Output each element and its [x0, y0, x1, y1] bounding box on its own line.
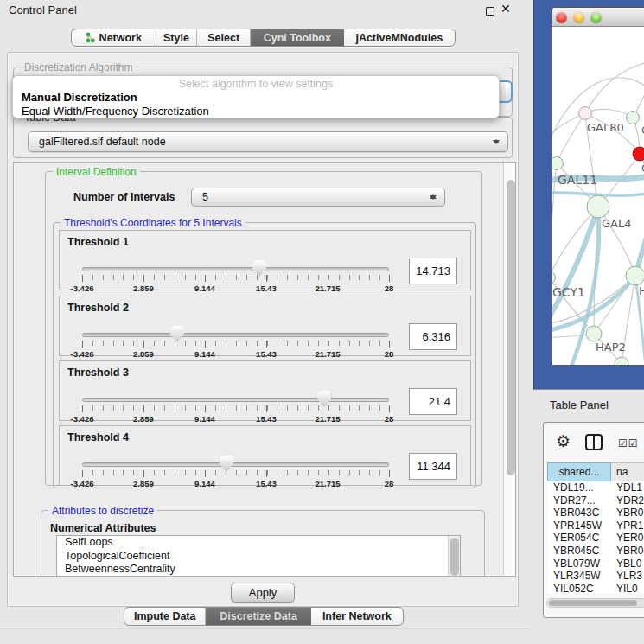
- close-traffic-light-icon[interactable]: [556, 12, 567, 23]
- spinner-arrows-icon: [493, 136, 500, 148]
- algorithm-hint-item: Select algorithm to view settings: [13, 78, 499, 90]
- svg-text:GAL11: GAL11: [558, 173, 597, 187]
- cyni-bottom-tabs: Impute Data Discretize Data Infer Networ…: [124, 607, 404, 626]
- node-gcy1[interactable]: [552, 271, 556, 284]
- node-hap2[interactable]: [586, 326, 602, 341]
- list-scrollbar[interactable]: [448, 536, 461, 577]
- svg-text:HAP2: HAP2: [596, 341, 626, 354]
- network-canvas[interactable]: GAL80 G. C GAL11 GAL4 GCY1 H HAP2: [552, 27, 644, 366]
- network-view-window[interactable]: GAL80 G. C GAL11 GAL4 GCY1 H HAP2: [552, 7, 644, 366]
- threshold-4-slider[interactable]: -3.426 2.859 9.144 15.43 21.715 28: [82, 456, 389, 485]
- table-data-value: galFiltered.sif default node: [39, 136, 166, 148]
- numerical-attributes-label: Numerical Attributes: [50, 522, 156, 534]
- table-header-row: shared... na: [547, 462, 644, 481]
- algorithm-option-manual[interactable]: Manual Discretization: [22, 91, 137, 104]
- table-row[interactable]: YDL19...YDL1: [547, 481, 644, 494]
- tab-infer-network[interactable]: Infer Network: [311, 608, 403, 625]
- table-row[interactable]: YER054CYER0: [547, 532, 644, 545]
- slider-ticks: [82, 470, 390, 475]
- page-title: Control Panel: [9, 3, 77, 16]
- gear-icon[interactable]: ⚙: [556, 431, 571, 451]
- network-window-titlebar[interactable]: [552, 8, 644, 27]
- settings-scrollpane: Interval Definition Number of Intervals …: [13, 162, 516, 577]
- svg-text:GAL4: GAL4: [602, 217, 631, 230]
- interval-definition-label: Interval Definition: [53, 166, 140, 178]
- network-icon: [86, 32, 95, 43]
- threshold-3-value-input[interactable]: [409, 388, 457, 415]
- list-scrollbar-thumb[interactable]: [450, 538, 459, 576]
- number-of-intervals-value: 5: [202, 191, 208, 203]
- tab-select[interactable]: Select: [197, 29, 251, 46]
- panel-scrollbar-thumb[interactable]: [507, 180, 515, 475]
- list-item[interactable]: SelfLoops: [57, 536, 460, 550]
- network-desktop-background: GAL80 G. C GAL11 GAL4 GCY1 H HAP2: [533, 0, 644, 389]
- node-selected-red[interactable]: [633, 147, 644, 161]
- node-gal4[interactable]: [587, 195, 609, 218]
- tab-impute-data[interactable]: Impute Data: [124, 608, 206, 625]
- column-header-name[interactable]: na: [611, 462, 644, 481]
- number-of-intervals-combobox[interactable]: 5: [191, 188, 445, 207]
- close-icon[interactable]: ✕: [501, 2, 511, 16]
- table-panel-title: Table Panel: [550, 399, 609, 411]
- threshold-3-slider[interactable]: -3.426 2.859 9.144 15.43 21.715 28: [82, 391, 389, 420]
- slider-track: [82, 333, 389, 337]
- panel-scrollbar[interactable]: [503, 163, 516, 577]
- control-panel-tabs: Network Style Select Cyni Toolbox jActiv…: [71, 29, 456, 47]
- tab-discretize-data[interactable]: Discretize Data: [206, 608, 310, 625]
- tab-network[interactable]: Network: [72, 29, 156, 46]
- threshold-3-panel: Threshold 3 -3.426 2.859 9.144 15.43 21.…: [59, 360, 471, 421]
- zoom-traffic-light-icon[interactable]: [590, 12, 602, 23]
- table-row[interactable]: YBL079WYBL0: [547, 558, 644, 571]
- node[interactable]: [627, 112, 640, 124]
- tab-jactivemnodules[interactable]: jActiveMNodules: [344, 29, 455, 46]
- threshold-2-value-input[interactable]: [409, 323, 457, 350]
- column-header-shared-name[interactable]: shared...: [547, 462, 611, 481]
- table-row[interactable]: YLR345WYLR3: [547, 570, 644, 583]
- cyni-toolbox-panel: Discretization Algorithm Select algorith…: [7, 52, 519, 607]
- table-row[interactable]: YIL052CYIL0: [547, 583, 644, 594]
- table-row[interactable]: YPR145WYPR1: [547, 520, 644, 532]
- threshold-2-label: Threshold 2: [67, 302, 129, 314]
- threshold-2-panel: Threshold 2 -3.426 2.859 9.144 15.43 21.…: [59, 296, 471, 356]
- attributes-to-discretize-label: Attributes to discretize: [48, 505, 157, 517]
- minimize-traffic-light-icon[interactable]: [573, 12, 584, 23]
- discretization-algorithm-label: Discretization Algorithm: [21, 61, 136, 73]
- tab-style[interactable]: Style: [156, 29, 198, 46]
- node[interactable]: [626, 266, 644, 285]
- threshold-4-label: Threshold 4: [67, 431, 129, 443]
- list-item[interactable]: TopologicalCoefficient: [57, 550, 460, 564]
- threshold-coordinates-group: Threshold's Coordinates for 5 Intervals …: [53, 222, 476, 488]
- table-row[interactable]: YBR045CYBR0: [547, 545, 644, 558]
- number-of-intervals-label: Number of Intervals: [73, 191, 175, 203]
- table-scrollbar-thumb[interactable]: [549, 600, 637, 606]
- apply-button[interactable]: Apply: [231, 583, 295, 603]
- table-data-group: Table Data galFiltered.sif default node: [13, 117, 513, 158]
- algorithm-option-equal-width[interactable]: Equal Width/Frequency Discretization: [22, 105, 209, 118]
- threshold-1-label: Threshold 1: [67, 236, 129, 248]
- slider-ticks: [82, 405, 390, 411]
- svg-text:GCY1: GCY1: [552, 285, 585, 299]
- threshold-3-label: Threshold 3: [67, 367, 129, 379]
- float-window-icon[interactable]: [486, 7, 494, 16]
- node-gal11[interactable]: [552, 157, 564, 170]
- select-columns-icon[interactable]: ☑☑: [618, 437, 639, 450]
- threshold-1-panel: Threshold 1 -3.426 2.859 9.144 15.43 21.…: [59, 230, 471, 290]
- split-columns-icon[interactable]: [585, 434, 603, 450]
- threshold-4-value-input[interactable]: [409, 453, 457, 480]
- numerical-attributes-list[interactable]: SelfLoops TopologicalCoefficient Between…: [56, 535, 461, 577]
- threshold-4-panel: Threshold 4 -3.426 2.859 9.144 15.43 21.…: [59, 425, 471, 486]
- table-row[interactable]: YBR043CYBR0: [547, 507, 644, 520]
- threshold-1-value-input[interactable]: [409, 258, 457, 284]
- threshold-2-slider[interactable]: -3.426 2.859 9.144 15.43 21.715 28: [82, 326, 389, 355]
- apply-row: Apply: [13, 580, 516, 606]
- svg-text:GAL80: GAL80: [587, 121, 624, 134]
- table-data-combobox[interactable]: galFiltered.sif default node: [28, 131, 508, 152]
- table-horizontal-scrollbar[interactable]: [546, 598, 644, 608]
- divider: [0, 628, 529, 629]
- table-row[interactable]: YDR27...YDR2: [547, 494, 644, 507]
- threshold-1-slider[interactable]: -3.426 2.859 9.144 15.43 21.715 28: [82, 260, 389, 290]
- tab-cyni-toolbox[interactable]: Cyni Toolbox: [251, 29, 344, 46]
- list-item[interactable]: BetweennessCentrality: [57, 563, 460, 577]
- spinner-arrows-icon: [430, 191, 437, 203]
- node-gal80[interactable]: [579, 107, 592, 120]
